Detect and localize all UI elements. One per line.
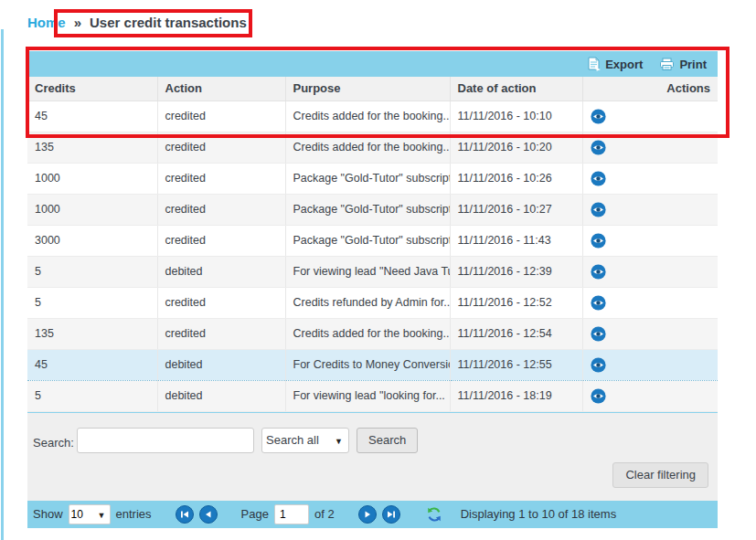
cell-credits: 45 [27, 101, 157, 132]
first-page-icon [179, 509, 190, 520]
print-button[interactable]: Print [659, 58, 707, 71]
page-left-accent-line [1, 29, 4, 540]
show-label: Show [33, 507, 63, 521]
cell-purpose: For Credits to Money Conversion... [285, 349, 450, 380]
search-input[interactable] [77, 428, 254, 453]
cell-credits: 135 [27, 318, 157, 349]
view-details-button[interactable] [591, 233, 606, 249]
page-number-input[interactable] [274, 504, 309, 524]
cell-date: 11/11/2016 - 12:54 [450, 318, 582, 349]
view-details-button[interactable] [591, 326, 606, 342]
cell-date: 11/11/2016 - 11:43 [450, 225, 582, 256]
user-credit-transactions-page: Home » User credit transactions Export [0, 0, 756, 540]
table-header-row: Credits Action Purpose Date of action Ac… [27, 77, 718, 101]
cell-credits: 5 [27, 287, 157, 318]
table-toolbar: Export Print [27, 51, 718, 77]
column-header-actions: Actions [582, 77, 718, 101]
cell-date: 11/11/2016 - 10:26 [450, 163, 582, 194]
column-header-date[interactable]: Date of action [450, 77, 582, 101]
search-area: Search: Search all ▼ Search Clear filter… [27, 412, 718, 501]
cell-purpose: Credits added for the booking... [285, 318, 450, 349]
view-details-button[interactable] [591, 140, 606, 155]
next-page-icon [362, 509, 373, 520]
column-header-action[interactable]: Action [157, 77, 285, 101]
cell-purpose: Package "Gold-Tutor" subscription [285, 194, 450, 225]
table-row: 135 credited Credits added for the booki… [27, 318, 718, 349]
cell-actions [582, 287, 718, 318]
cell-actions [582, 380, 718, 411]
cell-action: credited [157, 132, 285, 163]
cell-date: 11/11/2016 - 10:20 [450, 132, 582, 163]
cell-date: 11/11/2016 - 12:39 [450, 256, 582, 287]
cell-credits: 1000 [27, 194, 157, 225]
print-button-label: Print [679, 58, 707, 71]
last-page-button[interactable] [382, 505, 400, 524]
last-page-icon [386, 509, 397, 520]
search-filter-select[interactable]: Search all [261, 428, 349, 453]
cell-credits: 5 [27, 256, 157, 287]
clear-filtering-button[interactable]: Clear filtering [612, 462, 708, 488]
cell-actions [582, 101, 718, 132]
cell-action: credited [157, 225, 285, 256]
transactions-table: Credits Action Purpose Date of action Ac… [27, 77, 718, 412]
pagination-bar: Show 10 ▼ entries Page [27, 501, 718, 528]
cell-purpose: For viewing lead "looking for... [285, 380, 450, 411]
previous-page-icon [203, 509, 214, 520]
cell-action: credited [157, 101, 285, 132]
cell-credits: 1000 [27, 163, 157, 194]
cell-date: 11/11/2016 - 10:27 [450, 194, 582, 225]
breadcrumb-separator: » [74, 15, 81, 30]
first-page-button[interactable] [176, 505, 194, 524]
table-row: 5 debited For viewing lead "Need Java Tu… [27, 256, 718, 287]
view-details-button[interactable] [591, 202, 606, 217]
table-row: 1000 credited Package "Gold-Tutor" subsc… [27, 163, 718, 194]
table-row: 45 credited Credits added for the bookin… [27, 101, 718, 132]
cell-purpose: Package "Gold-Tutor" subscription [285, 163, 450, 194]
cell-purpose: For viewing lead "Need Java Tutor... [285, 256, 450, 287]
cell-actions [582, 194, 718, 225]
export-button[interactable]: Export [587, 57, 643, 71]
document-export-icon [587, 57, 601, 71]
table-row: 5 credited Credits refunded by Admin for… [27, 287, 718, 318]
cell-actions [582, 225, 718, 256]
breadcrumb: Home » User credit transactions [27, 15, 247, 30]
cell-actions [582, 256, 718, 287]
table-row: 3000 credited Package "Gold-Tutor" subsc… [27, 225, 718, 256]
cell-date: 11/11/2016 - 12:55 [450, 349, 582, 380]
search-button[interactable]: Search [357, 428, 418, 453]
entries-label: entries [116, 507, 152, 521]
printer-icon [659, 58, 675, 71]
breadcrumb-home-link[interactable]: Home [27, 15, 66, 30]
cell-action: debited [157, 256, 285, 287]
previous-page-button[interactable] [199, 505, 218, 524]
view-details-button[interactable] [591, 357, 606, 373]
column-header-purpose[interactable]: Purpose [285, 77, 450, 101]
cell-action: credited [157, 163, 285, 194]
cell-credits: 135 [27, 132, 157, 163]
cell-purpose: Credits added for the booking... [285, 101, 450, 132]
cell-action: debited [157, 349, 285, 380]
table-row: 1000 credited Package "Gold-Tutor" subsc… [27, 194, 718, 225]
page-of-label: of 2 [314, 507, 335, 521]
cell-action: debited [157, 380, 285, 411]
view-details-button[interactable] [591, 109, 606, 124]
cell-action: credited [157, 287, 285, 318]
table-body: 45 credited Credits added for the bookin… [27, 101, 718, 411]
page-size-select[interactable]: 10 [69, 504, 111, 524]
view-details-button[interactable] [591, 388, 606, 404]
cell-action: credited [157, 194, 285, 225]
pagination-status: Displaying 1 to 10 of 18 items [461, 507, 617, 521]
cell-credits: 5 [27, 380, 157, 411]
cell-purpose: Credits added for the booking... [285, 132, 450, 163]
view-details-button[interactable] [591, 264, 606, 280]
next-page-button[interactable] [358, 505, 377, 524]
cell-actions [582, 318, 718, 349]
table-row: 5 debited For viewing lead "looking for.… [27, 380, 718, 411]
view-details-button[interactable] [591, 171, 606, 186]
column-header-credits[interactable]: Credits [27, 77, 157, 101]
view-details-button[interactable] [591, 295, 606, 311]
refresh-icon[interactable] [426, 506, 442, 523]
cell-date: 11/11/2016 - 10:10 [450, 101, 582, 132]
cell-purpose: Credits refunded by Admin for... [285, 287, 450, 318]
cell-date: 11/11/2016 - 18:19 [450, 380, 582, 411]
